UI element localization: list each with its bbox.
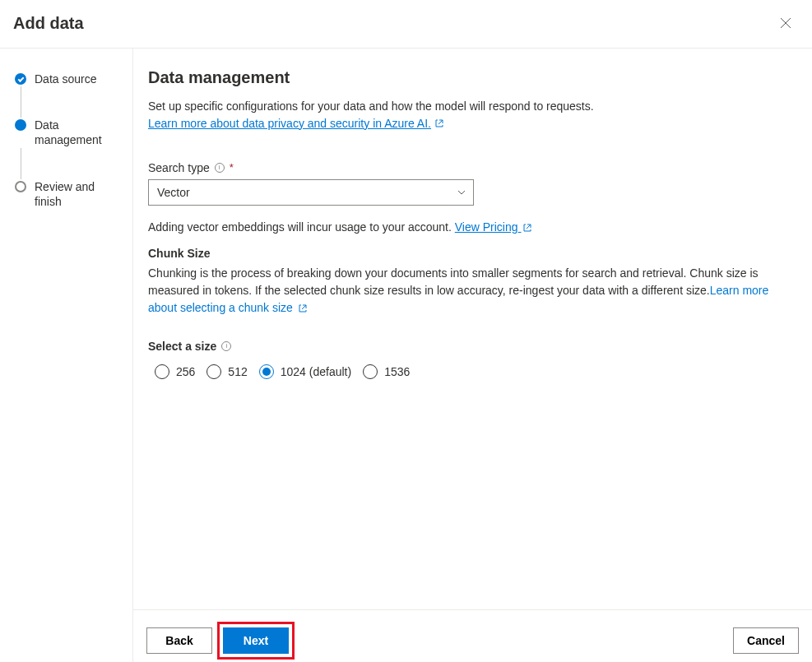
step-indicator-completed: [15, 73, 26, 85]
radio-circle: [363, 364, 378, 379]
radio-circle: [155, 364, 169, 379]
dialog-body: Data source Data management Review and f…: [0, 49, 812, 662]
wizard-footer: Back Next Cancel: [133, 609, 812, 662]
learn-more-privacy-link[interactable]: Learn more about data privacy and securi…: [148, 117, 444, 130]
info-icon[interactable]: i: [215, 163, 225, 173]
step-label: Review and finish: [35, 179, 123, 209]
step-data-management[interactable]: Data management: [15, 118, 123, 147]
svg-line-2: [438, 120, 443, 124]
search-type-dropdown[interactable]: Vector: [148, 179, 474, 206]
step-indicator-upcoming: [15, 181, 26, 192]
external-link-icon: [298, 303, 308, 313]
radio-label: 256: [176, 365, 195, 378]
external-link-icon: [522, 223, 532, 233]
radio-label: 1536: [384, 365, 410, 378]
step-connector: [21, 148, 21, 179]
back-button[interactable]: Back: [146, 627, 212, 654]
chunk-size-radio-group: 256 512 1024 (default) 1536: [148, 364, 797, 379]
radio-circle: [206, 364, 221, 379]
main-content: Data management Set up specific configur…: [133, 49, 812, 609]
chevron-down-icon: [457, 187, 466, 197]
chunk-size-heading: Chunk Size: [148, 247, 797, 260]
wizard-stepper: Data source Data management Review and f…: [0, 49, 133, 662]
step-label: Data management: [35, 118, 123, 147]
pricing-link-label: View Pricing: [455, 220, 518, 234]
external-link-icon: [434, 118, 444, 128]
helper-prefix: Adding vector embeddings will incur usag…: [148, 220, 455, 234]
radio-option-512[interactable]: 512: [206, 364, 247, 379]
svg-line-3: [527, 225, 531, 229]
chunk-body-text: Chunking is the process of breaking down…: [148, 266, 759, 297]
radio-option-1536[interactable]: 1536: [363, 364, 410, 379]
dialog-title: Add data: [13, 14, 84, 33]
select-size-label-row: Select a size i: [148, 340, 797, 353]
learn-more-label: Learn more about data privacy and securi…: [148, 117, 431, 130]
view-pricing-link[interactable]: View Pricing: [455, 220, 533, 234]
radio-option-256[interactable]: 256: [155, 364, 195, 379]
step-label: Data source: [35, 72, 96, 86]
footer-left: Back Next: [146, 622, 295, 660]
required-asterisk: *: [230, 161, 234, 174]
search-type-helper: Adding vector embeddings will incur usag…: [148, 220, 797, 234]
svg-line-4: [302, 305, 306, 309]
search-type-label-row: Search type i *: [148, 161, 797, 174]
next-button-highlight: Next: [217, 622, 295, 660]
select-size-label: Select a size: [148, 340, 216, 353]
step-review-finish[interactable]: Review and finish: [15, 179, 123, 209]
close-icon: [780, 17, 791, 29]
info-icon[interactable]: i: [221, 341, 231, 351]
next-button[interactable]: Next: [223, 627, 289, 654]
step-data-source[interactable]: Data source: [15, 72, 123, 86]
step-connector: [21, 86, 21, 118]
radio-label: 512: [228, 365, 247, 378]
main-panel: Data management Set up specific configur…: [133, 49, 812, 662]
step-indicator-current: [15, 119, 26, 131]
chunk-size-body: Chunking is the process of breaking down…: [148, 265, 797, 317]
dialog-header: Add data: [0, 0, 812, 49]
page-description: Set up specific configurations for your …: [148, 99, 797, 115]
radio-label: 1024 (default): [281, 365, 351, 378]
radio-option-1024[interactable]: 1024 (default): [259, 364, 351, 379]
dropdown-selected-value: Vector: [157, 186, 190, 199]
radio-circle: [259, 364, 274, 379]
page-heading: Data management: [148, 68, 797, 87]
search-type-label: Search type: [148, 161, 210, 174]
cancel-button[interactable]: Cancel: [733, 627, 799, 654]
close-button[interactable]: [773, 10, 799, 36]
